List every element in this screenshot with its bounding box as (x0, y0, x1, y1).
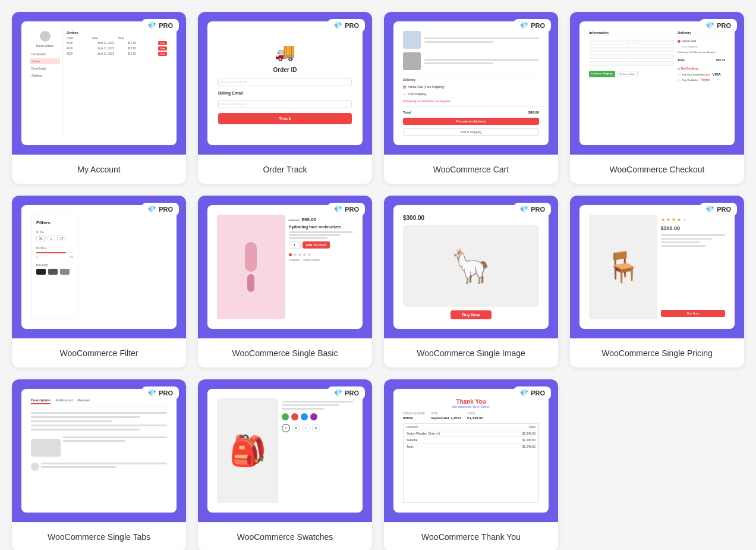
cart-item-img-1 (403, 31, 421, 49)
card-woo-swatches[interactable]: 💎 PRO 🎒 (198, 379, 372, 550)
card-preview-my-account: 💎 PRO David Walker Dashboard Orders Down… (12, 12, 186, 155)
mam-avatar (40, 31, 51, 42)
woo-single-tabs-preview: Description Additional Review (21, 389, 177, 513)
card-woo-filter[interactable]: 💎 PRO Filters SIZE XL L 17 (12, 196, 186, 367)
pro-badge-woo-swatches: 💎 PRO (327, 386, 365, 400)
add-to-cart-btn[interactable]: ADD TO CART (303, 241, 330, 249)
card-woo-single-image[interactable]: 💎 PRO $300.00 🦙 Buy Now WooCommerce Sing… (384, 196, 558, 367)
order-table: Product Total Stylish Wooden Chair x 5 $… (403, 423, 539, 503)
woo-single-image-preview: $300.00 🦙 Buy Now (393, 205, 549, 329)
card-woo-thankyou[interactable]: 💎 PRO Thank You We received Your Order. … (384, 379, 558, 550)
card-title-woo-cart: WooCommerce Cart (384, 155, 558, 184)
cart-item-img-2 (403, 52, 421, 70)
si-product-image: 🦙 (403, 225, 539, 307)
size-xl[interactable]: XL (312, 424, 320, 432)
card-preview-woo-single-image: 💎 PRO $300.00 🦙 Buy Now (384, 196, 558, 338)
pro-badge-woo-filter: 💎 PRO (141, 203, 179, 216)
card-preview-woo-thankyou: 💎 PRO Thank You We received Your Order. … (384, 379, 558, 522)
gem-icon-3: 💎 (519, 21, 528, 30)
card-title-woo-single-tabs: WooCommerce Single Tabs (12, 522, 186, 550)
billing-email-input: Enter your Email Id (218, 100, 352, 108)
size-l[interactable]: L (302, 424, 310, 432)
tab-description[interactable]: Description (31, 398, 51, 404)
card-preview-woo-single-pricing: 💎 PRO 🪑 ★ ★ ★ ★ ★ (570, 196, 744, 338)
card-woo-checkout[interactable]: 💎 PRO Information (570, 12, 744, 184)
billing-email-label: Billing Email (218, 91, 352, 95)
tab-additional[interactable]: Additional (55, 398, 73, 404)
order-id-input: Enter your Order ID (218, 78, 352, 86)
sw-product-image: 🎒 (217, 398, 278, 503)
card-title-woo-filter: WooCommerce Filter (12, 338, 186, 367)
tabs-row: Description Additional Review (31, 398, 167, 407)
pro-badge-woo-single-basic: 💎 PRO (327, 203, 365, 216)
swatch-blue[interactable] (301, 413, 308, 420)
thankyou-header: Thank You We received Your Order. (403, 398, 539, 408)
gem-icon-9: 💎 (147, 389, 156, 397)
size-m[interactable]: M (292, 424, 300, 432)
card-title-my-account: My Account (12, 155, 186, 184)
truck-icon: 🚚 (275, 42, 295, 62)
card-woo-single-tabs[interactable]: 💎 PRO Description Additional Review (12, 379, 186, 550)
my-account-preview: David Walker Dashboard Orders Downloads … (21, 21, 177, 145)
size-swatches: S M L XL (282, 424, 353, 432)
card-preview-woo-filter: 💎 PRO Filters SIZE XL L 17 (12, 196, 186, 338)
woo-swatches-preview: 🎒 (207, 389, 363, 513)
pro-badge-woo-checkout: 💎 PRO (700, 19, 737, 32)
pro-badge-order-track: 💎 PRO (327, 19, 365, 32)
size-s[interactable]: S (282, 424, 290, 432)
sp-product-image: 🪑 (589, 215, 657, 319)
order-track-preview: 🚚 Order ID Enter your Order ID Billing E… (207, 21, 363, 145)
card-woo-single-basic[interactable]: 💎 PRO $475.00 $95.00 Hydrating face mois… (198, 196, 372, 367)
pro-badge-woo-cart: 💎 PRO (514, 19, 551, 32)
card-title-woo-single-basic: WooCommerce Single Basic (198, 338, 372, 367)
cart-checkout-btn[interactable]: Process to checkout (403, 118, 539, 125)
card-grid: 💎 PRO David Walker Dashboard Orders Down… (12, 12, 744, 550)
woo-cart-preview: Delivery Actual Rate (Free Shipping) Fre… (393, 21, 549, 145)
card-title-woo-thankyou: WooCommerce Thank You (384, 522, 558, 550)
card-preview-woo-cart: 💎 PRO (384, 12, 558, 155)
card-preview-woo-checkout: 💎 PRO Information (570, 12, 744, 155)
cart-item-1 (403, 31, 539, 49)
woo-single-pricing-preview: 🪑 ★ ★ ★ ★ ★ $300.00 (579, 205, 735, 329)
order-info-row: Order Number 98659 DATE September 7,2022… (403, 412, 539, 420)
gem-icon-4: 💎 (705, 21, 714, 30)
card-order-track[interactable]: 💎 PRO 🚚 Order ID Enter your Order ID Bil… (198, 12, 372, 184)
gem-icon-7: 💎 (519, 205, 528, 213)
filter-panel: Filters SIZE XL L 17 PRICE (31, 215, 78, 319)
gem-icon-2: 💎 (333, 21, 342, 30)
woo-thankyou-preview: Thank You We received Your Order. Order … (393, 389, 549, 513)
card-title-woo-single-pricing: WooCommerce Single Pricing (570, 338, 744, 367)
tab-review[interactable]: Review (77, 398, 90, 404)
gem-icon-6: 💎 (333, 205, 342, 213)
buy-now-btn[interactable]: Buy Now (451, 310, 492, 319)
pro-badge-woo-single-image: 💎 PRO (514, 203, 551, 216)
swatch-purple[interactable] (310, 413, 317, 420)
order-id-title: Order ID (273, 67, 297, 73)
swatch-green[interactable] (282, 413, 289, 420)
pro-badge-my-account: 💎 PRO (141, 19, 179, 32)
gem-icon-8: 💎 (705, 205, 714, 213)
woo-filter-preview: Filters SIZE XL L 17 PRICE (21, 205, 177, 329)
sp-buy-btn[interactable]: Buy Now (661, 310, 726, 317)
mam-main: Orders OrderDateTotal #126June 11, 2022$… (63, 27, 171, 139)
pro-badge-woo-thankyou: 💎 PRO (514, 386, 551, 400)
card-my-account[interactable]: 💎 PRO David Walker Dashboard Orders Down… (12, 12, 186, 184)
card-title-order-track: Order Track (198, 155, 372, 184)
gem-icon-5: 💎 (147, 205, 156, 213)
woo-single-basic-preview: $475.00 $95.00 Hydrating face moisturize… (207, 205, 363, 329)
color-swatches (282, 413, 353, 420)
gem-icon-11: 💎 (519, 389, 528, 397)
card-title-woo-single-image: WooCommerce Single Image (384, 338, 558, 367)
card-title-woo-checkout: WooCommerce Checkout (570, 155, 744, 184)
gem-icon-10: 💎 (333, 389, 342, 397)
card-woo-single-pricing[interactable]: 💎 PRO 🪑 ★ ★ ★ ★ ★ (570, 196, 744, 367)
cart-add-btn[interactable]: Add to Shipping (403, 128, 539, 136)
card-title-woo-swatches: WooCommerce Swatches (198, 522, 372, 550)
card-woo-cart[interactable]: 💎 PRO (384, 12, 558, 184)
swatch-red[interactable] (291, 413, 298, 420)
card-preview-woo-single-tabs: 💎 PRO Description Additional Review (12, 379, 186, 522)
mam-sidebar: David Walker Dashboard Orders Downloads … (27, 27, 63, 139)
pro-badge-woo-single-tabs: 💎 PRO (141, 386, 179, 400)
sb-product-image (217, 215, 285, 319)
track-button[interactable]: Track (218, 113, 352, 124)
